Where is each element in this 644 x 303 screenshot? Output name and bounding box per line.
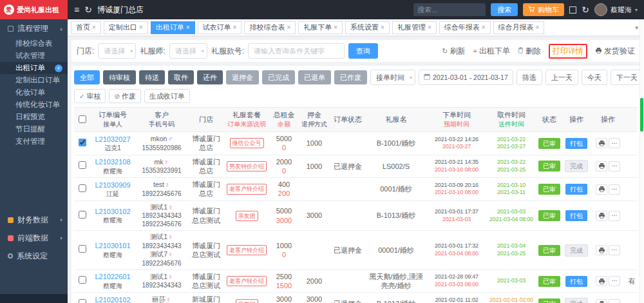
sidebar-item[interactable]: 节日提醒: [0, 123, 68, 135]
more-actions-button[interactable]: ⋯: [609, 211, 620, 221]
row-checkbox[interactable]: [79, 211, 86, 219]
row-checkbox[interactable]: [79, 299, 86, 303]
tab-item[interactable]: 礼服下单×: [298, 21, 343, 34]
tab-close-icon[interactable]: ×: [428, 24, 431, 31]
more-actions-button[interactable]: ⋯: [609, 299, 620, 303]
tab-item[interactable]: 排校综合表×: [244, 21, 296, 34]
status-tab[interactable]: 待审核: [103, 70, 136, 84]
order-number-link[interactable]: L21030101: [92, 241, 133, 250]
store-select[interactable]: 请选择 ▾: [98, 43, 136, 59]
page-scrollbar-thumb[interactable]: [640, 98, 643, 132]
query-button[interactable]: 查询: [348, 43, 378, 59]
operation-button[interactable]: 打包: [565, 276, 587, 287]
approve-button[interactable]: ✓ 审核: [74, 89, 106, 103]
operation-button[interactable]: 完成: [565, 244, 588, 257]
tab-close-icon[interactable]: ×: [233, 24, 237, 31]
search-button[interactable]: 搜索: [491, 3, 518, 16]
tab-item[interactable]: 礼服管理×: [392, 21, 437, 34]
fullscreen-icon[interactable]: [569, 6, 576, 14]
order-number-link[interactable]: L21032108: [92, 157, 133, 166]
print-button[interactable]: [596, 245, 607, 255]
order-number-link[interactable]: L21030909: [92, 181, 133, 190]
more-actions-button[interactable]: ⋯: [609, 161, 620, 171]
tab-close-icon[interactable]: ×: [536, 24, 540, 31]
dress-no-input[interactable]: [248, 43, 345, 59]
global-search-box[interactable]: [413, 3, 486, 16]
print-button[interactable]: [596, 211, 607, 221]
page-scrollbar-track[interactable]: [639, 19, 644, 303]
tab-item[interactable]: 综合月报表×: [493, 21, 545, 34]
tab-item[interactable]: 综合年报表×: [439, 21, 491, 34]
prev-day-button[interactable]: 上一天: [545, 70, 578, 85]
status-tab[interactable]: 还件: [197, 70, 223, 84]
more-actions-button[interactable]: ⋯: [609, 245, 620, 255]
tab-item[interactable]: 系统设置×: [345, 21, 390, 34]
tab-item[interactable]: 定制出口×: [104, 21, 148, 34]
tab-close-icon[interactable]: ×: [287, 24, 290, 31]
tab-close-icon[interactable]: ×: [186, 24, 190, 31]
sidebar-section-process[interactable]: 流程管理 ▴: [0, 19, 68, 37]
sidebar-item[interactable]: 定制出口订单: [0, 74, 68, 86]
row-checkbox[interactable]: [79, 139, 86, 146]
sidebar-section-finance[interactable]: 财务数据 ▾: [0, 211, 68, 229]
tab-close-icon[interactable]: ×: [334, 24, 337, 31]
tab-item[interactable]: 试衣订单×: [198, 21, 242, 34]
next-day-button[interactable]: 下一天: [611, 70, 640, 85]
search-input[interactable]: [417, 6, 482, 14]
operation-button[interactable]: 完成: [565, 160, 588, 172]
sidebar-item[interactable]: 排校综合表: [0, 37, 68, 50]
filter-button[interactable]: 筛选: [516, 70, 542, 85]
tab-close-icon[interactable]: ×: [139, 24, 143, 31]
print-button[interactable]: [596, 299, 607, 303]
sidebar-item[interactable]: 化妆订单: [0, 86, 68, 99]
reload-icon[interactable]: ↻: [84, 5, 92, 14]
stylist-select[interactable]: 请选择 ▾: [169, 43, 207, 59]
delete-button[interactable]: 删除: [518, 46, 541, 57]
operation-button[interactable]: 打包: [565, 138, 587, 149]
row-checkbox[interactable]: [79, 245, 86, 253]
sidebar-item[interactable]: 传统化妆订单: [0, 99, 68, 111]
sidebar-item[interactable]: 支付管理: [0, 135, 68, 148]
sidebar-item[interactable]: 日程预览: [0, 111, 68, 123]
select-all-checkbox[interactable]: [79, 115, 86, 123]
status-tab[interactable]: 待送: [139, 70, 165, 84]
print-button[interactable]: [596, 276, 607, 286]
tab-item[interactable]: 出租订单×: [151, 21, 195, 34]
tab-item[interactable]: 首页×: [71, 21, 101, 34]
more-actions-button[interactable]: ⋯: [609, 184, 620, 195]
tab-close-icon[interactable]: ×: [482, 24, 486, 31]
refresh-button[interactable]: ↻ 刷新: [442, 46, 465, 57]
status-tab-all[interactable]: 全部: [74, 70, 100, 84]
order-number-link[interactable]: L21022601: [92, 272, 133, 281]
tab-close-icon[interactable]: ×: [92, 24, 96, 31]
status-tab[interactable]: 取件: [168, 70, 194, 84]
more-actions-button[interactable]: ⋯: [609, 276, 620, 286]
hamburger-icon[interactable]: ≡: [74, 5, 79, 14]
make-receipt-button[interactable]: 生成收订单: [144, 89, 190, 103]
row-checkbox[interactable]: [79, 276, 86, 284]
status-tab[interactable]: 已退单: [298, 70, 331, 84]
time-type-select[interactable]: 接单时间 ▾: [370, 70, 415, 85]
ship-verify-button[interactable]: 发货验证: [595, 46, 635, 57]
add-rental-order-button[interactable]: + 出租下单: [473, 46, 510, 57]
status-tab[interactable]: 已作废: [334, 70, 367, 84]
refresh-icon[interactable]: ↻: [582, 5, 589, 14]
order-number-link[interactable]: L21032027: [92, 135, 133, 144]
status-tab[interactable]: 退押金: [226, 70, 259, 84]
operation-button[interactable]: 打包: [565, 210, 587, 221]
status-tab[interactable]: 已完成: [262, 70, 295, 84]
sidebar-section-frontend[interactable]: 前端数据 ▾: [0, 229, 68, 247]
print-button[interactable]: [596, 184, 607, 195]
print-button[interactable]: [596, 138, 607, 148]
cart-button[interactable]: 购物车: [523, 3, 564, 16]
today-button[interactable]: 今天: [582, 70, 607, 85]
row-checkbox[interactable]: [79, 161, 86, 169]
user-menu[interactable]: 蔡耀海 ▾: [594, 3, 638, 16]
sidebar-section-system[interactable]: 系统设定: [0, 247, 68, 265]
void-button[interactable]: ⊘ 作废: [109, 89, 140, 103]
sidebar-item[interactable]: 试衣管理: [0, 50, 68, 62]
print-detail-button[interactable]: 打印详情: [553, 46, 583, 57]
operation-button[interactable]: 打包: [565, 184, 587, 195]
date-range-picker[interactable]: 2021-03-01 - 2021-03-17: [419, 70, 513, 85]
order-number-link[interactable]: L21030102: [92, 207, 133, 216]
